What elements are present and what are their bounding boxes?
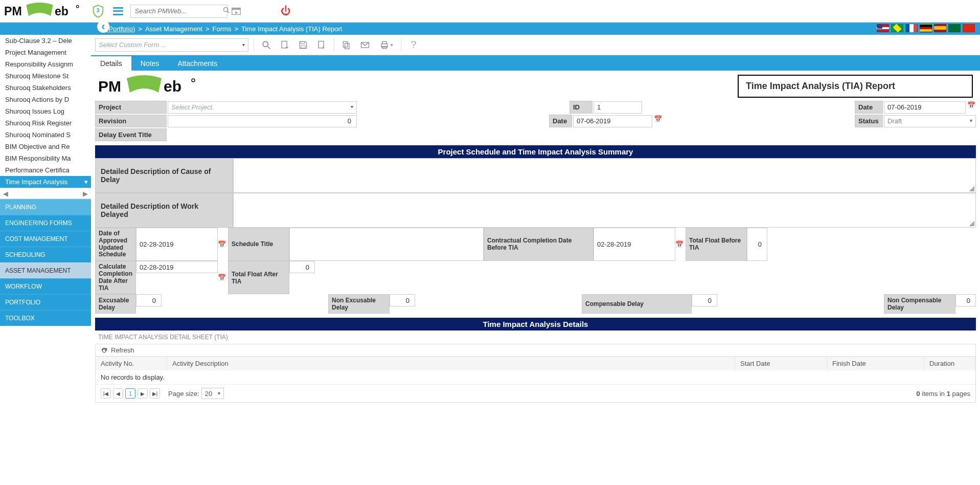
tree-item[interactable]: Shurooq Milestone St [0, 70, 91, 82]
nav-asset[interactable]: ASSET MANAGEMENT [0, 262, 91, 278]
global-search[interactable] [130, 5, 227, 18]
tree-scroll-right-icon[interactable]: ▶ [83, 190, 88, 197]
status-select[interactable]: Draft [884, 115, 976, 127]
calendar-icon[interactable]: 📅 [218, 261, 227, 294]
calc-after-field[interactable]: 02-28-2019 [136, 261, 218, 273]
flag-de[interactable] [920, 24, 932, 32]
calendar-icon[interactable]: 📅 [967, 101, 976, 114]
flag-us[interactable] [877, 24, 889, 32]
svg-point-3 [223, 8, 227, 12]
mail-icon[interactable] [358, 38, 372, 52]
power-icon[interactable]: ⏻ [281, 5, 291, 17]
nav-planning[interactable]: PLANNING [0, 199, 91, 215]
page-size-select[interactable]: 20 [201, 388, 224, 399]
calendar-icon[interactable]: 📅 [653, 115, 663, 127]
pager-current[interactable]: 1 [125, 388, 135, 399]
bc-current: Time Impact Analysis (TIA) Report [241, 25, 342, 33]
nonexcusable-field[interactable]: 0 [390, 294, 415, 306]
float-before-field[interactable]: 0 [747, 228, 767, 261]
tree-item[interactable]: Shurooq Stakeholders [0, 82, 91, 94]
cause-label: Detailed Description of Cause of Delay [95, 158, 233, 193]
bc-portfolio[interactable]: (Portfolio) [106, 25, 135, 33]
tree-item[interactable]: Shurooq Actions by D [0, 94, 91, 105]
pager-prev-icon[interactable]: ◀ [113, 388, 123, 399]
nav-workflow[interactable]: WORKFLOW [0, 278, 91, 294]
col-start-date[interactable]: Start Date [735, 357, 827, 370]
media-icon[interactable] [231, 6, 242, 17]
calendar-icon[interactable]: 📅 [675, 228, 685, 261]
float-after-field[interactable]: 0 [289, 261, 315, 273]
date2-field[interactable]: 07-06-2019 [573, 115, 652, 127]
sched-title-field[interactable] [289, 228, 484, 261]
refresh-button[interactable]: Refresh [111, 346, 134, 354]
tree-item[interactable]: BIM Responsibility Ma [0, 152, 91, 164]
revision-field[interactable]: 0 [168, 115, 357, 127]
tree-item[interactable]: Sub-Clause 3.2 – Dele [0, 35, 91, 47]
date-field[interactable]: 07-06-2019 [884, 101, 966, 114]
page-size-label: Page size: [168, 390, 199, 398]
flag-es[interactable] [934, 24, 946, 32]
tree-item[interactable]: Shurooq Nominated S [0, 129, 91, 141]
custom-form-select[interactable]: Select Custom Form ... [95, 38, 248, 52]
search-icon[interactable] [222, 6, 231, 16]
flag-fr[interactable] [905, 24, 918, 32]
tree-item[interactable]: Project Management [0, 47, 91, 58]
tree-item[interactable]: Shurooq Risk Register [0, 117, 91, 129]
svg-text:PM: PM [4, 4, 22, 17]
collapse-sidebar-icon[interactable]: ‹ [97, 20, 109, 33]
pager-next-icon[interactable]: ▶ [138, 388, 148, 399]
noncompensable-field[interactable]: 0 [955, 294, 976, 306]
refresh-icon[interactable] [101, 347, 108, 354]
bc-asset[interactable]: Asset Management [145, 25, 202, 33]
copy-icon[interactable] [339, 38, 354, 52]
bc-forms[interactable]: Forms [213, 25, 232, 33]
form-toolbar: Select Custom Form ... + × ▾ ? [91, 35, 980, 55]
print-icon[interactable]: ▾ [376, 38, 396, 52]
col-activity-no[interactable]: Activity No. [96, 357, 167, 370]
save-icon[interactable] [296, 38, 310, 52]
col-finish-date[interactable]: Finish Date [827, 357, 924, 370]
tab-details[interactable]: Details [91, 56, 131, 71]
tree-scroll-left-icon[interactable]: ◀ [3, 190, 8, 197]
nav-cost[interactable]: COST MANAGEMENT [0, 231, 91, 247]
nav-portfolio[interactable]: PORTFOLIO [0, 294, 91, 310]
work-textarea[interactable] [233, 193, 976, 228]
tree-item[interactable]: Performance Certifica [0, 164, 91, 176]
col-activity-desc[interactable]: Activity Description [167, 357, 735, 370]
pager-last-icon[interactable]: ▶| [150, 388, 160, 399]
new-icon[interactable]: + [278, 38, 292, 52]
delete-icon[interactable]: × [314, 38, 329, 52]
tree-item[interactable]: Shurooq Issues Log [0, 105, 91, 117]
flag-cn[interactable] [963, 24, 975, 32]
project-select[interactable]: Select Project. [168, 101, 357, 114]
nav-engineering[interactable]: ENGINEERING FORMS [0, 215, 91, 231]
date-approved-field[interactable]: 02-28-2019 [136, 228, 218, 261]
search-input[interactable] [134, 7, 222, 15]
excusable-field[interactable]: 0 [136, 294, 162, 306]
help-icon[interactable]: ? [406, 38, 421, 52]
hamburger-menu-icon[interactable] [113, 7, 123, 15]
shield-badge[interactable]: 3 [90, 4, 106, 19]
col-duration[interactable]: Duration [924, 357, 975, 370]
nav-toolbox[interactable]: TOOLBOX [0, 310, 91, 326]
flag-br[interactable] [891, 24, 903, 32]
tree-item[interactable]: Responsibility Assignm [0, 58, 91, 70]
svg-point-2 [76, 5, 79, 8]
search-icon[interactable] [259, 38, 274, 52]
cause-textarea[interactable] [233, 158, 976, 193]
language-flags [877, 24, 975, 32]
id-field[interactable]: 1 [594, 101, 642, 114]
tab-attachments[interactable]: Attachments [168, 56, 226, 71]
header-row-1: Project Select Project. ID 1 Date 07-06-… [91, 100, 980, 114]
contract-before-field[interactable]: 02-28-2019 [594, 228, 675, 261]
svg-rect-16 [343, 41, 347, 47]
tree-item-active[interactable]: Time Impact Analysis [0, 176, 91, 188]
compensable-field[interactable]: 0 [692, 294, 717, 306]
pager-first-icon[interactable]: |◀ [101, 388, 111, 399]
calc-after-label: Calculate Completion Date After TIA [95, 261, 136, 294]
flag-sa[interactable] [948, 24, 961, 32]
nav-scheduling[interactable]: SCHEDULING [0, 247, 91, 262]
calendar-icon[interactable]: 📅 [218, 228, 227, 261]
tab-notes[interactable]: Notes [131, 56, 169, 71]
tree-item[interactable]: BIM Objective and Re [0, 141, 91, 152]
